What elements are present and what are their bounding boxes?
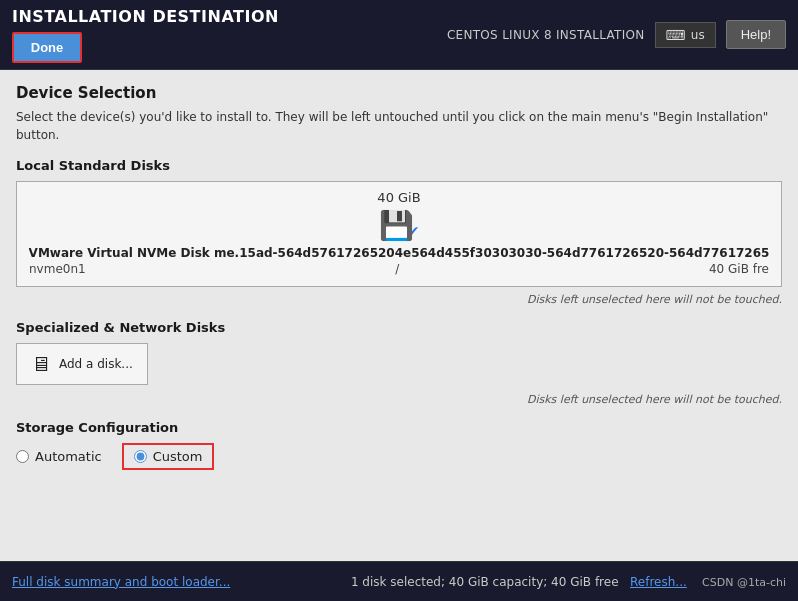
- specialized-title: Specialized & Network Disks: [16, 320, 782, 335]
- local-disks-title: Local Standard Disks: [16, 158, 782, 173]
- keyboard-indicator[interactable]: ⌨ us: [655, 22, 716, 48]
- disk-device: nvme0n1: [29, 262, 86, 276]
- page-title: INSTALLATION DESTINATION: [12, 7, 447, 26]
- disk-icon: 💾: [379, 209, 414, 242]
- disk-name: VMware Virtual NVMe Disk me.15ad-564d576…: [29, 246, 770, 260]
- footer-status-text: 1 disk selected; 40 GiB capacity; 40 GiB…: [351, 575, 619, 589]
- device-selection-desc: Select the device(s) you'd like to insta…: [16, 108, 782, 144]
- specialized-section: Specialized & Network Disks 🖥 Add a disk…: [16, 320, 782, 406]
- csdn-label: CSDN @1ta-chi: [702, 576, 786, 589]
- radio-automatic-option[interactable]: Automatic: [16, 449, 102, 464]
- add-disk-card[interactable]: 🖥 Add a disk...: [16, 343, 148, 385]
- disk-card[interactable]: 40 GiB 💾 ✔ VMware Virtual NVMe Disk me.1…: [16, 181, 782, 287]
- header-left: INSTALLATION DESTINATION Done: [12, 7, 447, 63]
- disk-free: 40 GiB fre: [709, 262, 769, 276]
- keyboard-lang: us: [691, 28, 705, 42]
- custom-option-wrapper: Custom: [122, 443, 215, 470]
- footer-status: 1 disk selected; 40 GiB capacity; 40 GiB…: [242, 575, 786, 589]
- disk-unselected-note1: Disks left unselected here will not be t…: [16, 293, 782, 306]
- header: INSTALLATION DESTINATION Done CENTOS LIN…: [0, 0, 798, 70]
- radio-group: Automatic Custom: [16, 443, 782, 470]
- device-selection-title: Device Selection: [16, 84, 782, 102]
- main-content: Device Selection Select the device(s) yo…: [0, 70, 798, 561]
- radio-automatic-label: Automatic: [35, 449, 102, 464]
- help-button[interactable]: Help!: [726, 20, 786, 49]
- disk-mount: /: [395, 262, 399, 276]
- footer: Full disk summary and boot loader... 1 d…: [0, 561, 798, 601]
- add-disk-label: Add a disk...: [59, 357, 133, 371]
- radio-automatic[interactable]: [16, 450, 29, 463]
- centos-label: CENTOS LINUX 8 INSTALLATION: [447, 28, 645, 42]
- radio-custom-label: Custom: [153, 449, 203, 464]
- header-right: CENTOS LINUX 8 INSTALLATION ⌨ us Help!: [447, 20, 786, 49]
- storage-config: Storage Configuration Automatic Custom: [16, 420, 782, 470]
- disk-details: nvme0n1 / 40 GiB fre: [29, 260, 769, 278]
- disk-size: 40 GiB: [377, 190, 420, 205]
- storage-config-title: Storage Configuration: [16, 420, 782, 435]
- done-button[interactable]: Done: [12, 32, 82, 63]
- add-disk-icon: 🖥: [31, 352, 51, 376]
- refresh-link[interactable]: Refresh...: [630, 575, 687, 589]
- footer-link[interactable]: Full disk summary and boot loader...: [12, 575, 230, 589]
- radio-custom[interactable]: [134, 450, 147, 463]
- disk-unselected-note2: Disks left unselected here will not be t…: [16, 393, 782, 406]
- radio-custom-option[interactable]: Custom: [134, 449, 203, 464]
- keyboard-icon: ⌨: [666, 27, 686, 43]
- disk-icon-area: 💾 ✔: [379, 209, 420, 242]
